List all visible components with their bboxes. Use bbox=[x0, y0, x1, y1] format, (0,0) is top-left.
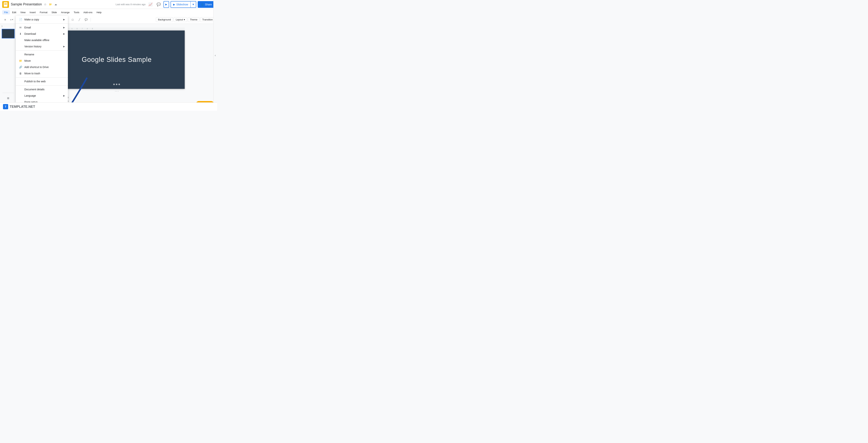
move-icon: 📁 bbox=[19, 59, 22, 62]
slide-dots bbox=[113, 83, 120, 85]
menu-download[interactable]: ⬇ Download ▶ bbox=[16, 31, 68, 37]
menu-move[interactable]: 📁 Move bbox=[16, 58, 68, 64]
transition-btn[interactable]: Transition bbox=[200, 17, 215, 22]
speaker-note-line-1: des speaker notes bbox=[49, 96, 185, 99]
menu-slide[interactable]: Slide bbox=[50, 10, 59, 14]
menu-format[interactable]: Format bbox=[38, 10, 49, 14]
language-arrow: ▶ bbox=[63, 94, 65, 97]
copy-arrow: ▶ bbox=[63, 18, 65, 21]
rename-label: Rename bbox=[24, 53, 65, 56]
header-right: 📈 💬 ▶ ▶ Slideshow ▾ 👤 Share bbox=[147, 1, 215, 8]
shapes-btn[interactable]: ◻ bbox=[70, 17, 76, 23]
title-icons: ☆ 📁 ☁ bbox=[43, 3, 58, 6]
doc-details-label: Document details bbox=[24, 88, 65, 91]
background-btn[interactable]: Background bbox=[156, 17, 173, 22]
activity-icon-btn[interactable]: 📈 bbox=[147, 1, 154, 8]
title-bar: Sample Presentation ☆ 📁 ☁ Last edit was … bbox=[0, 0, 217, 9]
grid-view-btn[interactable]: ⊞ bbox=[5, 95, 11, 101]
folder-icon[interactable]: 📁 bbox=[49, 3, 52, 6]
line-btn[interactable]: ╱ bbox=[76, 17, 83, 23]
menu-add-shortcut[interactable]: 🔗 Add shortcut to Drive bbox=[16, 64, 68, 70]
menu-move-trash[interactable]: 🗑 Move to trash bbox=[16, 70, 68, 76]
menu-doc-details[interactable]: Document details bbox=[16, 86, 68, 93]
menu-make-copy[interactable]: 📄 Make a copy ▶ bbox=[16, 16, 68, 23]
download-icon: ⬇ bbox=[19, 32, 22, 35]
publish-label: Publish to the web bbox=[24, 80, 65, 83]
menu-language[interactable]: Language ▶ bbox=[16, 93, 68, 99]
menu-file[interactable]: File bbox=[2, 10, 10, 14]
menu-publish[interactable]: Publish to the web bbox=[16, 78, 68, 84]
slide-number-1: 1 bbox=[1, 25, 3, 27]
email-arrow: ▶ bbox=[63, 26, 65, 29]
trash-icon: 🗑 bbox=[19, 72, 22, 75]
share-label: Share bbox=[205, 3, 212, 6]
ruler-horizontal: 1 · · · · 2 · · · · 3 · · · · 4 · · · · … bbox=[49, 28, 185, 30]
slide-content: Google Slides Sample bbox=[82, 56, 152, 64]
layout-label: Layout bbox=[176, 18, 183, 21]
copy-icon: 📄 bbox=[19, 18, 22, 21]
star-icon[interactable]: ☆ bbox=[43, 3, 47, 6]
version-icon bbox=[19, 45, 22, 48]
menu-version-history[interactable]: Version history ▶ bbox=[16, 43, 68, 49]
slideshow-dropdown-arrow[interactable]: ▾ bbox=[191, 1, 196, 7]
file-dropdown-menu: 📄 Make a copy ▶ ✉ Email ▶ ⬇ Download ▶ M… bbox=[16, 15, 68, 111]
layout-arrow: ▾ bbox=[184, 18, 185, 21]
doc-details-icon bbox=[19, 88, 22, 91]
transition-label: Transition bbox=[202, 18, 213, 21]
menu-arrange[interactable]: Arrange bbox=[59, 10, 71, 14]
menu-email[interactable]: ✉ Email ▶ bbox=[16, 24, 68, 31]
watermark-logo-letter: T bbox=[5, 105, 6, 108]
app-logo bbox=[2, 1, 9, 8]
slide-thumbnail-1[interactable] bbox=[2, 29, 15, 38]
slides-sidebar: 1 ⊞ ☰ bbox=[0, 24, 17, 111]
menu-view[interactable]: View bbox=[19, 10, 27, 14]
menu-addons[interactable]: Add-ons bbox=[82, 10, 94, 14]
toolbar-right: Background Layout ▾ Theme Transition ‹ bbox=[156, 17, 215, 22]
slideshow-icon: ▶ bbox=[173, 3, 175, 6]
slideshow-label: Slideshow bbox=[176, 3, 188, 6]
theme-btn[interactable]: Theme bbox=[188, 17, 199, 22]
menu-bar: File Edit View Insert Format Slide Arran… bbox=[0, 9, 217, 15]
add-icon: + bbox=[10, 18, 12, 21]
slideshow-main[interactable]: ▶ Slideshow bbox=[171, 1, 191, 7]
shortcut-label: Add shortcut to Drive bbox=[24, 66, 65, 69]
slide-dot-3 bbox=[119, 83, 120, 85]
offline-icon bbox=[19, 38, 22, 42]
watermark-logo: T bbox=[3, 104, 8, 109]
slideshow-button[interactable]: ▶ Slideshow ▾ bbox=[170, 1, 196, 8]
shortcut-icon: 🔗 bbox=[19, 65, 22, 69]
slide-thumb-inner bbox=[3, 30, 14, 38]
menu-tools[interactable]: Tools bbox=[72, 10, 81, 14]
watermark-bar: T TEMPLATE.NET bbox=[0, 102, 217, 111]
watermark-brand: TEMPLATE bbox=[10, 105, 28, 108]
slide-dot-2 bbox=[116, 83, 117, 85]
publish-icon bbox=[19, 80, 22, 83]
language-icon bbox=[19, 94, 22, 97]
menu-insert[interactable]: Insert bbox=[28, 10, 37, 14]
menu-help[interactable]: Help bbox=[95, 10, 103, 14]
comment-toolbar-btn[interactable]: 💬 bbox=[83, 17, 89, 23]
language-label: Language bbox=[24, 94, 61, 97]
menu-icon-btn[interactable]: ≡ bbox=[2, 17, 8, 23]
layout-btn[interactable]: Layout ▾ bbox=[174, 17, 187, 22]
email-label: Email bbox=[24, 26, 61, 29]
menu-edit[interactable]: Edit bbox=[10, 10, 18, 14]
watermark-text: TEMPLATE.NET bbox=[10, 105, 35, 109]
slide-canvas[interactable]: Google Slides Sample bbox=[49, 31, 185, 89]
add-btn[interactable]: + ▾ bbox=[9, 17, 14, 23]
download-arrow: ▶ bbox=[63, 33, 65, 35]
slide-dot-1 bbox=[113, 83, 115, 85]
slide-title: Google Slides Sample bbox=[82, 56, 152, 64]
theme-label: Theme bbox=[190, 18, 197, 21]
present-icon-btn[interactable]: ▶ bbox=[163, 1, 169, 8]
share-button[interactable]: 👤 Share bbox=[198, 1, 215, 8]
version-arrow: ▶ bbox=[63, 45, 65, 48]
menu-rename[interactable]: Rename bbox=[16, 51, 68, 58]
last-edit-text: Last edit was 8 minutes ago bbox=[116, 3, 146, 6]
share-icon: 👤 bbox=[201, 3, 204, 6]
cloud-icon[interactable]: ☁ bbox=[54, 3, 58, 6]
comment-icon-btn[interactable]: 💬 bbox=[155, 1, 162, 8]
canvas-handle: · · · bbox=[115, 90, 119, 93]
menu-offline[interactable]: Make available offline bbox=[16, 37, 68, 43]
rename-icon bbox=[19, 53, 22, 56]
